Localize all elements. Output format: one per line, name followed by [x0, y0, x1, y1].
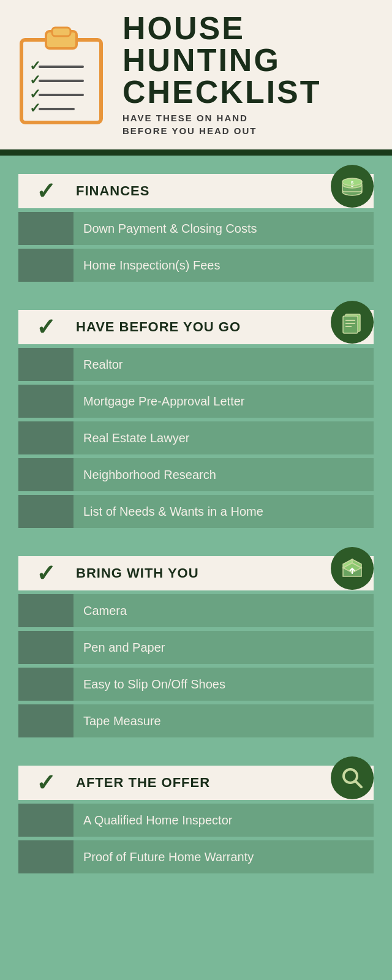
list-item: List of Needs & Wants in a Home: [18, 495, 374, 528]
list-item-text: Real Estate Lawyer: [74, 425, 199, 451]
checkbox: [18, 668, 74, 701]
list-item-text: Down Payment & Closing Costs: [74, 216, 266, 242]
documents-icon: [331, 301, 374, 344]
svg-rect-2: [52, 28, 70, 36]
list-item-text: Realtor: [74, 352, 132, 378]
checkbox: [18, 421, 74, 454]
svg-text:✓: ✓: [29, 86, 40, 102]
list-item-text: A Qualified Home Inspector: [74, 807, 242, 834]
list-item: Neighborhood Research: [18, 458, 374, 491]
svg-rect-18: [343, 316, 358, 333]
finances-checkmark: ✓: [36, 178, 56, 205]
bring-with-header: ✓ BRING WITH YOU: [18, 556, 374, 590]
bring-with-title: BRING WITH YOU: [74, 565, 199, 581]
header-subtitle: HAVE THESE ON HAND BEFORE YOU HEAD OUT: [123, 111, 322, 137]
bring-with-section: ✓ BRING WITH YOU Camera Pen and Paper Ea…: [18, 556, 374, 741]
after-offer-header: ✓ AFTER THE OFFER: [18, 766, 374, 800]
list-item: Mortgage Pre-Approval Letter: [18, 385, 374, 418]
list-item-text: Mortgage Pre-Approval Letter: [74, 388, 254, 415]
finances-section: $ $ ✓ FINANCES Down Payment & Closing Co…: [18, 174, 374, 285]
finances-header: ✓ FINANCES: [18, 174, 374, 208]
list-item: Down Payment & Closing Costs: [18, 212, 374, 245]
have-before-section: ✓ HAVE BEFORE YOU GO Realtor Mortgage Pr…: [18, 310, 374, 532]
after-offer-checkmark: ✓: [36, 769, 56, 796]
list-item-text: Neighborhood Research: [74, 462, 226, 488]
list-item-text: Proof of Future Home Warranty: [74, 844, 263, 870]
finances-title: FINANCES: [74, 183, 149, 199]
list-item: Home Inspection(s) Fees: [18, 249, 374, 282]
have-before-checkmark: ✓: [36, 314, 56, 341]
have-before-header: ✓ HAVE BEFORE YOU GO: [18, 310, 374, 344]
svg-text:✓: ✓: [29, 100, 40, 116]
checkbox: [18, 385, 74, 418]
search-icon: [331, 756, 374, 799]
checkbox: [18, 495, 74, 528]
list-item-text: Camera: [74, 598, 137, 624]
after-offer-title: AFTER THE OFFER: [74, 775, 210, 791]
bring-with-checkmark: ✓: [36, 560, 56, 587]
box-icon: [331, 547, 374, 590]
checkbox: [18, 212, 74, 245]
checkbox: [18, 348, 74, 381]
list-item: Tape Measure: [18, 704, 374, 737]
checkbox: [18, 704, 74, 737]
after-offer-checkmark-box: ✓: [18, 766, 74, 800]
list-item: Camera: [18, 594, 374, 627]
header: ✓ ✓ ✓ ✓ HOUSE HUNTING CHECKLIST HAVE THE…: [0, 0, 392, 149]
have-before-title: HAVE BEFORE YOU GO: [74, 319, 241, 335]
list-item: Real Estate Lawyer: [18, 421, 374, 454]
list-item: Proof of Future Home Warranty: [18, 840, 374, 873]
checkbox: [18, 594, 74, 627]
checkbox: [18, 804, 74, 837]
list-item-text: List of Needs & Wants in a Home: [74, 499, 273, 525]
clipboard-icon: ✓ ✓ ✓ ✓: [12, 23, 110, 127]
header-title: HOUSE HUNTING CHECKLIST: [123, 12, 322, 108]
list-item: Realtor: [18, 348, 374, 381]
list-item: A Qualified Home Inspector: [18, 804, 374, 837]
svg-text:✓: ✓: [29, 58, 40, 74]
list-item: Easy to Slip On/Off Shoes: [18, 668, 374, 701]
svg-text:✓: ✓: [29, 72, 40, 88]
checkbox: [18, 249, 74, 282]
checkbox: [18, 840, 74, 873]
list-item: Pen and Paper: [18, 631, 374, 664]
have-before-checkmark-box: ✓: [18, 310, 74, 344]
list-item-text: Easy to Slip On/Off Shoes: [74, 671, 235, 698]
money-icon: $ $: [331, 165, 374, 208]
main-content: $ $ ✓ FINANCES Down Payment & Closing Co…: [0, 156, 392, 980]
header-text: HOUSE HUNTING CHECKLIST HAVE THESE ON HA…: [123, 12, 322, 137]
after-offer-section: ✓ AFTER THE OFFER A Qualified Home Inspe…: [18, 766, 374, 877]
checkbox: [18, 458, 74, 491]
bring-with-checkmark-box: ✓: [18, 556, 74, 590]
finances-checkmark-box: ✓: [18, 174, 74, 208]
dark-divider: [0, 149, 392, 156]
svg-line-28: [355, 781, 361, 787]
list-item-text: Pen and Paper: [74, 635, 175, 661]
checkbox: [18, 631, 74, 664]
list-item-text: Tape Measure: [74, 708, 171, 734]
list-item-text: Home Inspection(s) Fees: [74, 252, 230, 279]
svg-text:$: $: [351, 180, 354, 186]
